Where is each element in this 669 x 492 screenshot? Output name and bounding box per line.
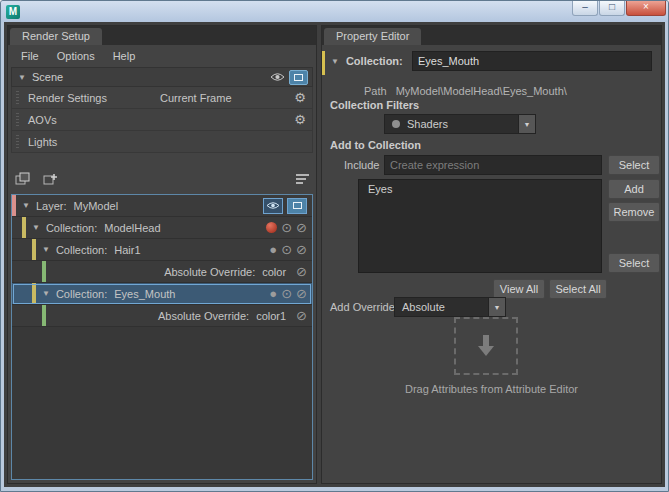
attribute-drop-zone[interactable] [454, 317, 518, 375]
layer-row-icons [263, 198, 312, 214]
right-tabstrip: Property Editor [322, 26, 661, 45]
collection-header: ▼ Collection: [331, 55, 403, 67]
minimize-button[interactable]: – [572, 1, 598, 16]
include-listbox[interactable]: Eyes [358, 179, 602, 273]
tab-render-setup[interactable]: Render Setup [10, 28, 102, 45]
shader-ball-icon[interactable] [266, 222, 277, 233]
layer-toolbar [15, 168, 309, 190]
tree-row-hair1[interactable]: ▼ Collection: Hair1 ● ⊙ ⊘ [12, 239, 312, 261]
tree-row-layer[interactable]: ▼ Layer: MyModel [12, 195, 312, 217]
isolate-icon[interactable]: ⊙ [281, 242, 292, 257]
row-aovs[interactable]: AOVs ⚙ [11, 109, 313, 131]
modelhead-row-icons: ⊙ ⊘ [266, 220, 312, 235]
collection-name: Hair1 [114, 244, 140, 256]
chevron-down-icon[interactable]: ▼ [22, 201, 30, 210]
filter-icon[interactable] [296, 174, 309, 184]
render-settings-label: Render Settings [28, 92, 107, 104]
menu-help[interactable]: Help [104, 50, 145, 62]
dropdown-arrow-icon[interactable]: ▼ [518, 115, 535, 133]
tree-row-eyes-mouth[interactable]: ▼ Collection: Eyes_Mouth ● ⊙ ⊘ [12, 283, 312, 305]
titlebar[interactable]: M – □ × [1, 1, 668, 22]
tree-row-override-color1[interactable]: Absolute Override: color1 ⊘ [12, 305, 312, 327]
disable-icon[interactable]: ⊘ [296, 264, 307, 279]
disable-icon[interactable]: ⊘ [296, 220, 307, 235]
maximize-button[interactable]: □ [599, 1, 625, 16]
include-expression-input[interactable] [384, 155, 602, 175]
layer-color-stripe [12, 195, 16, 216]
close-button[interactable]: × [626, 1, 666, 16]
disable-icon[interactable]: ⊘ [296, 308, 307, 323]
include-label: Include [344, 159, 379, 171]
layer-tree[interactable]: ▼ Layer: MyModel [11, 194, 313, 480]
maya-icon[interactable]: M [6, 5, 20, 19]
override-label: Absolute Override: [158, 310, 249, 322]
render-setup-body: File Options Help ▼ Scene [8, 45, 316, 483]
menu-options[interactable]: Options [48, 50, 104, 62]
scene-header[interactable]: ▼ Scene [11, 67, 313, 87]
layer-name: MyModel [74, 200, 119, 212]
add-to-collection-label: Add to Collection [330, 139, 421, 151]
isolate-icon[interactable]: ⊙ [281, 286, 292, 301]
render-setup-panel: Render Setup File Options Help ▼ Scene [7, 25, 317, 484]
gear-icon[interactable]: ⚙ [294, 90, 306, 105]
disable-icon[interactable]: ⊘ [296, 242, 307, 257]
remove-button[interactable]: Remove [608, 202, 660, 222]
scene-title: Scene [32, 71, 63, 83]
chevron-down-icon[interactable]: ▼ [42, 289, 50, 298]
scene-header-icons [270, 70, 308, 85]
list-item-eyes[interactable]: Eyes [359, 180, 601, 198]
left-tabstrip: Render Setup [8, 26, 316, 45]
path-label: Path [364, 85, 387, 97]
collection-color-stripe [32, 283, 36, 304]
collection-label: Collection: [46, 222, 97, 234]
collection-filters-label: Collection Filters [330, 99, 419, 111]
visibility-toggle-icon[interactable] [263, 198, 283, 214]
add-override-dropdown[interactable]: Absolute ▼ [394, 297, 506, 317]
enabled-dot-icon[interactable]: ● [269, 286, 277, 301]
override-row-icons: ⊘ [296, 264, 312, 279]
create-collection-icon[interactable] [43, 172, 59, 186]
collection-name: Eyes_Mouth [114, 288, 175, 300]
chevron-down-icon[interactable]: ▼ [331, 57, 339, 66]
drop-arrow-icon [477, 335, 495, 357]
override-label: Absolute Override: [164, 266, 255, 278]
add-button[interactable]: Add [608, 179, 660, 199]
view-all-button[interactable]: View All [493, 279, 545, 299]
menubar: File Options Help [8, 45, 316, 67]
select-members-button[interactable]: Select [608, 253, 660, 273]
row-render-settings[interactable]: Render Settings Current Frame ⚙ [11, 87, 313, 109]
select-all-button[interactable]: Select All [549, 279, 607, 299]
enabled-dot-icon[interactable]: ● [269, 242, 277, 257]
path-value: MyModel\ModelHead\Eyes_Mouth\ [396, 85, 567, 97]
gear-icon[interactable]: ⚙ [294, 112, 306, 127]
window-content: Render Setup File Options Help ▼ Scene [4, 22, 665, 487]
current-frame-value: Current Frame [160, 92, 232, 104]
chevron-down-icon[interactable]: ▼ [42, 245, 50, 254]
tree-row-modelhead[interactable]: ▼ Collection: ModelHead ⊙ ⊘ [12, 217, 312, 239]
dropdown-arrow-icon[interactable]: ▼ [488, 298, 505, 316]
renderable-toggle-icon[interactable] [289, 70, 308, 85]
add-override-label: Add Override [330, 301, 395, 313]
filter-dot-icon [392, 120, 400, 128]
collection-label: Collection: [56, 244, 107, 256]
collection-label: Collection: [56, 288, 107, 300]
disable-icon[interactable]: ⊘ [296, 286, 307, 301]
shaders-dropdown[interactable]: Shaders ▼ [384, 114, 536, 134]
tree-row-override-color[interactable]: Absolute Override: color ⊘ [12, 261, 312, 283]
chevron-down-icon[interactable]: ▼ [32, 223, 40, 232]
isolate-icon[interactable]: ⊙ [281, 220, 292, 235]
override-name: color1 [256, 310, 286, 322]
eye-icon[interactable] [270, 72, 285, 82]
tab-property-editor[interactable]: Property Editor [324, 28, 421, 45]
collection-name: ModelHead [104, 222, 160, 234]
aovs-label: AOVs [28, 114, 57, 126]
collection-accent-bar [322, 51, 325, 75]
chevron-down-icon[interactable]: ▼ [18, 73, 26, 82]
collection-name-input[interactable] [412, 51, 652, 71]
property-editor-panel: Property Editor ▼ Collection: Path MyMod… [321, 25, 662, 484]
create-layer-icon[interactable] [15, 172, 31, 186]
menu-file[interactable]: File [12, 50, 48, 62]
row-lights[interactable]: Lights [11, 131, 313, 153]
renderable-toggle-icon[interactable] [287, 198, 307, 214]
select-expression-button[interactable]: Select [608, 155, 660, 175]
